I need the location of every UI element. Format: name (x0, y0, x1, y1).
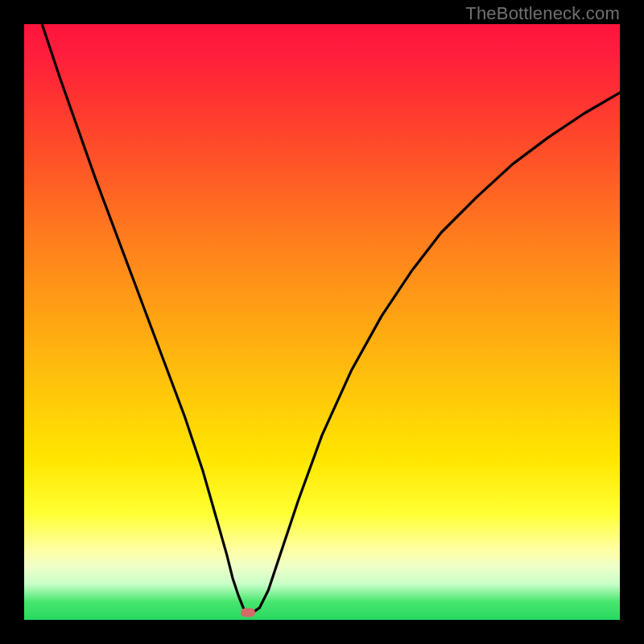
baseline (24, 618, 620, 620)
curve-line (24, 24, 620, 620)
attribution-text: TheBottleneck.com (465, 3, 620, 24)
plot-area (24, 24, 620, 620)
chart-frame: TheBottleneck.com (0, 0, 644, 644)
minimum-marker (241, 609, 255, 617)
